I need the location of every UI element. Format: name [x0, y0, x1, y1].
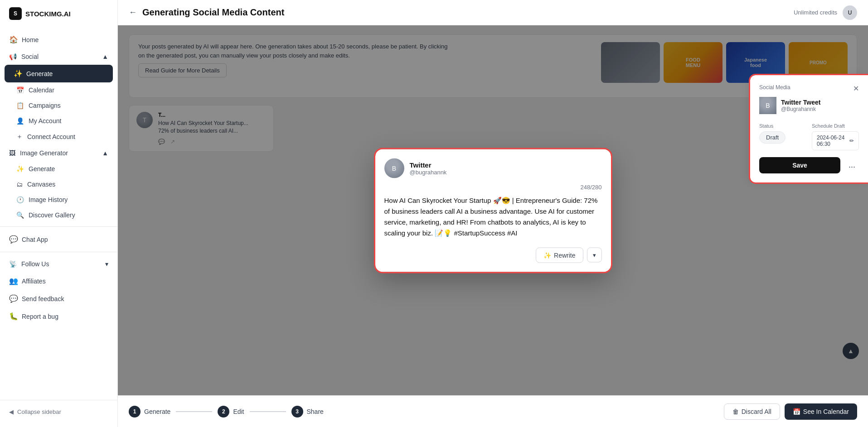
sidebar-item-label: Connect Account — [27, 133, 75, 140]
char-count: 248/280 — [384, 183, 602, 190]
sidebar-item-label: Generate — [26, 70, 53, 77]
sidebar-item-label: Affiliates — [22, 278, 46, 285]
right-panel: ✕ Social Media B Twitter Tweet @Bugrahan… — [750, 75, 868, 182]
history-icon: 🕐 — [16, 196, 24, 203]
sidebar-item-discover-gallery[interactable]: 🔍 Discover Gallery — [0, 207, 117, 223]
sidebar-item-label: Image History — [29, 196, 68, 203]
sidebar-item-calendar[interactable]: 📅 Calendar — [0, 82, 117, 98]
bottom-divider — [0, 400, 117, 400]
sidebar-item-label: Image Generator — [20, 149, 68, 157]
calendar-icon: 📅 — [16, 86, 24, 94]
plus-icon: ＋ — [16, 133, 23, 141]
sidebar-item-report-bug[interactable]: 🐛 Report a bug — [0, 307, 117, 325]
chat-icon: 💬 — [9, 235, 17, 244]
step-2-number: 2 — [218, 406, 229, 417]
sparkle-icon: ✨ — [16, 165, 24, 173]
more-options-button[interactable]: ... — [845, 157, 859, 173]
generate-icon: ✨ — [14, 69, 22, 78]
sidebar-item-label: Canvases — [27, 181, 55, 188]
sidebar-item-ig-generate[interactable]: ✨ Generate — [0, 161, 117, 177]
image-generator-children: ✨ Generate 🗂 Canvases 🕐 Image History 🔍 … — [0, 161, 117, 223]
campaigns-icon: 📋 — [16, 102, 24, 109]
sidebar-item-label: Generate — [29, 165, 55, 173]
panel-close-button[interactable]: ✕ — [853, 84, 859, 93]
edit-schedule-icon: ✏ — [849, 138, 854, 144]
logo-icon: S — [9, 7, 22, 20]
sidebar-item-my-account[interactable]: 👤 My Account — [0, 113, 117, 129]
sidebar-item-chat-app[interactable]: 💬 Chat App — [0, 230, 117, 248]
sidebar-item-image-generator[interactable]: 🖼 Image Generator ▲ — [0, 145, 117, 161]
panel-schedule-col: Schedule Draft 2024-06-24 06:30 ✏ — [812, 123, 859, 150]
collapse-sidebar-button[interactable]: ◀ Collapse sidebar — [0, 404, 117, 420]
sidebar-item-campaigns[interactable]: 📋 Campaigns — [0, 98, 117, 113]
step-3: 3 Share — [291, 406, 324, 417]
bug-icon: 🐛 — [9, 312, 17, 321]
calendar-label: See In Calendar — [803, 408, 849, 415]
panel-account-name: Twitter Tweet — [781, 99, 820, 106]
tweet-modal-account: Twitter @bugrahannk — [410, 161, 447, 175]
search-icon: 🔍 — [16, 211, 24, 219]
sidebar-item-label: Send feedback — [22, 295, 64, 302]
topbar-right: Unlimited credits U — [794, 5, 857, 20]
schedule-date-value: 2024-06-24 06:30 — [817, 134, 847, 147]
social-icon: 📢 — [9, 53, 17, 60]
save-button[interactable]: Save — [759, 157, 840, 173]
discard-label: Discard All — [742, 408, 771, 415]
sidebar-item-label: Discover Gallery — [29, 211, 75, 219]
tweet-avatar-img: B — [384, 158, 404, 178]
avatar-initials: U — [848, 10, 852, 16]
calendar-icon: 📅 — [793, 408, 800, 415]
step-3-number: 3 — [291, 406, 303, 417]
app-logo: S STOCKIMG.AI — [0, 0, 117, 27]
discard-all-button[interactable]: 🗑 Discard All — [724, 403, 780, 420]
sidebar-item-label: Campaigns — [29, 102, 61, 109]
panel-actions: Save ... — [759, 157, 859, 173]
back-button[interactable]: ← — [129, 8, 137, 17]
person-icon: 👤 — [16, 117, 24, 125]
tweet-modal: B Twitter @bugrahannk 248/280 How AI Can… — [375, 149, 611, 272]
content-area: Your posts generated by AI will appear h… — [118, 25, 868, 395]
bottom-actions: 🗑 Discard All 📅 See In Calendar — [724, 403, 857, 420]
see-in-calendar-button[interactable]: 📅 See In Calendar — [785, 403, 857, 420]
rewrite-button[interactable]: ✨ Rewrite — [536, 247, 583, 263]
sidebar-item-social[interactable]: 📢 Social ▲ — [0, 48, 117, 65]
bottom-bar: 1 Generate 2 Edit 3 Share 🗑 — [118, 395, 868, 427]
tweet-actions: ✨ Rewrite ▾ — [384, 247, 602, 263]
sidebar-item-follow-us[interactable]: 📡 Follow Us ▾ — [0, 256, 117, 272]
tweet-content[interactable]: How AI Can Skyrocket Your Startup 🚀😎 | E… — [384, 195, 602, 240]
image-icon: 🖼 — [9, 149, 15, 157]
sidebar-item-affiliates[interactable]: 👥 Affiliates — [0, 272, 117, 290]
sidebar-item-canvases[interactable]: 🗂 Canvases — [0, 177, 117, 192]
sidebar-item-connect-account[interactable]: ＋ Connect Account — [0, 129, 117, 145]
panel-status-col: Status Draft — [759, 123, 806, 150]
step-2: 2 Edit — [218, 406, 244, 417]
sidebar-item-generate[interactable]: ✨ Generate — [5, 65, 113, 82]
sidebar-item-label: Social — [21, 53, 39, 60]
topbar: ← Generating Social Media Content Unlimi… — [118, 0, 868, 25]
step-1: 1 Generate — [129, 406, 170, 417]
chevron-down-icon: ▾ — [105, 260, 108, 268]
step-line-2 — [250, 411, 286, 412]
social-children: ✨ Generate 📅 Calendar 📋 Campaigns 👤 My A… — [0, 65, 117, 145]
rewrite-dropdown-button[interactable]: ▾ — [587, 248, 602, 263]
step-1-number: 1 — [129, 406, 141, 417]
panel-avatar-img: B — [759, 97, 776, 114]
panel-section-title: Social Media — [759, 84, 859, 91]
sidebar-item-image-history[interactable]: 🕐 Image History — [0, 192, 117, 207]
status-label: Status — [759, 123, 806, 129]
sidebar: S STOCKIMG.AI 🏠 Home 📢 Social ▲ ✨ Genera… — [0, 0, 118, 427]
sidebar-item-send-feedback[interactable]: 💬 Send feedback — [0, 290, 117, 307]
tweet-modal-header: B Twitter @bugrahannk — [384, 158, 602, 178]
people-icon: 👥 — [9, 277, 17, 285]
tweet-platform-name: Twitter — [410, 161, 447, 168]
sidebar-item-label: My Account — [29, 117, 61, 125]
schedule-date-input[interactable]: 2024-06-24 06:30 ✏ — [812, 131, 859, 150]
signal-icon: 📡 — [9, 260, 17, 268]
sidebar-nav: 🏠 Home 📢 Social ▲ ✨ Generate 📅 Calendar … — [0, 27, 117, 393]
user-avatar[interactable]: U — [843, 5, 857, 20]
status-draft-badge[interactable]: Draft — [759, 131, 786, 144]
sidebar-item-home[interactable]: 🏠 Home — [0, 31, 117, 48]
step-line-1 — [176, 411, 212, 412]
step-2-label: Edit — [233, 408, 244, 415]
sidebar-item-label: Calendar — [29, 86, 54, 94]
